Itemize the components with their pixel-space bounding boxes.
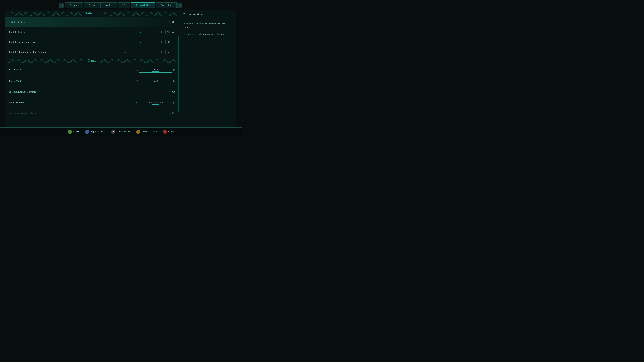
subtitle-bg-opacity-label: Subtitle Background Opacity (9, 40, 115, 43)
sprint-mode-selector[interactable]: ◁ Toggle ▷ (136, 78, 175, 84)
setting-subtitle-bg-opacity[interactable]: Subtitle Background Opacity «◄ ◇ ►» 50% (5, 37, 179, 47)
subtitle-text-size-value: Normal (167, 30, 175, 33)
subtitle-text-size-label: Subtitle Text Size (9, 30, 115, 33)
info-panel: Chatter Subtitles Whether to show subtit… (180, 10, 236, 136)
tab-display[interactable]: Display (65, 2, 83, 8)
settings-panel: Subtitles Chatter Subtitles ◇ On (5, 10, 180, 136)
setting-attacks-move-towards-target[interactable]: Attacks Move Towards Target ◇ On (5, 108, 179, 118)
bottom-action-bar: A Select X Apply Changes LT Undo Changes… (0, 127, 242, 136)
info-description-1: Whether to show subtitles for nearby cha… (183, 22, 233, 29)
slider-handle-3[interactable]: ◇ (124, 51, 126, 53)
diamond-icon: ◇ (169, 21, 171, 23)
button-x[interactable]: X (85, 130, 89, 134)
selector-arrow-left-hit-flash[interactable]: ◁ (136, 101, 138, 104)
hit-flash-mode-selector[interactable]: ◁ Flinches Only ▷ (136, 99, 175, 105)
button-lt[interactable]: LT (111, 130, 115, 134)
setting-chatter-subtitles[interactable]: Chatter Subtitles ◇ On (5, 17, 179, 27)
subtitles-title: Subtitles (82, 11, 103, 15)
slider-handle-2[interactable]: ◇ (140, 40, 142, 43)
game-section-title: Game (84, 59, 100, 62)
info-panel-header: Chatter Subtitles (180, 10, 236, 19)
subtitle-min-duration-value: 0.5 (167, 51, 175, 53)
diamond-icon-2: ◇ (169, 90, 171, 93)
slider-left-arrow[interactable]: «◄ (116, 31, 120, 33)
tab-controller[interactable]: Controller (156, 2, 176, 8)
sprint-mode-label: Sprint Mode (9, 80, 136, 82)
action-reset-default[interactable]: Y Reset to Default (136, 130, 157, 134)
diamond-icon-3: ◇ (169, 112, 171, 115)
attacks-move-value[interactable]: ◇ On (169, 112, 175, 115)
game-header-decoration-left (8, 58, 84, 63)
slider-right-arrow[interactable]: ►» (161, 31, 164, 33)
game-section-header: Game (5, 57, 179, 64)
action-close-label: Close (168, 130, 174, 133)
crouch-mode-selector[interactable]: ◁ Toggle ▷ (136, 67, 175, 72)
info-description-2: Does not affect full conversation dialog… (183, 32, 233, 36)
sprint-mode-value[interactable]: Toggle (139, 78, 172, 84)
slider-text-size[interactable]: «◄ ◇ ►» (115, 30, 166, 34)
slider-left-arrow-2[interactable]: «◄ (116, 41, 120, 43)
subtitle-bg-opacity-value: 50% (167, 40, 175, 43)
subtitles-section-header: Subtitles (5, 10, 179, 17)
incoming-attack-warnings-value[interactable]: ◇ On (169, 90, 175, 93)
tab-accessibility[interactable]: Accessibility (131, 2, 155, 8)
hit-flash-mode-value[interactable]: Flinches Only (139, 99, 172, 105)
slider-bg-opacity[interactable]: «◄ ◇ ►» (115, 40, 166, 44)
bumper-right[interactable]: RB (177, 3, 182, 8)
crouch-mode-label: Crouch Mode (9, 68, 136, 71)
setting-subtitle-text-size[interactable]: Subtitle Text Size «◄ ◇ ►» Normal (5, 27, 179, 37)
selector-arrow-right-sprint[interactable]: ▷ (174, 80, 175, 82)
header-decoration-left (8, 11, 82, 16)
subtitle-min-duration-control[interactable]: «◄ ◇ ►» 0.5 (115, 50, 175, 54)
chatter-subtitles-label: Chatter Subtitles (10, 21, 169, 23)
tab-game[interactable]: Game (84, 2, 100, 8)
game-header-decoration-right (100, 58, 176, 63)
setting-subtitle-min-duration[interactable]: Subtitle Minimum Display Duration «◄ ◇ ►… (5, 47, 179, 57)
panel-container: Subtitles Chatter Subtitles ◇ On (0, 10, 242, 136)
info-panel-body: Whether to show subtitles for nearby cha… (180, 19, 236, 41)
scrollbar[interactable] (178, 10, 179, 136)
slider-left-arrow-3[interactable]: «◄ (116, 51, 120, 53)
selector-arrow-right-crouch[interactable]: ▷ (174, 68, 175, 71)
tab-audio[interactable]: Audio (100, 2, 117, 8)
tab-ui[interactable]: UI (118, 2, 130, 8)
incoming-attack-warnings-label: Incoming Attack Warnings (9, 90, 169, 93)
slider-track-3: ◇ (120, 52, 160, 52)
chatter-subtitles-value[interactable]: ◇ On (169, 21, 175, 23)
slider-background-3 (120, 52, 160, 52)
slider-right-arrow-3[interactable]: ►» (161, 51, 164, 53)
slider-handle[interactable]: ◇ (140, 30, 142, 33)
setting-incoming-attack-warnings[interactable]: Incoming Attack Warnings ◇ On (5, 87, 179, 97)
chatter-subtitles-toggle: On (172, 21, 175, 23)
slider-right-arrow-2[interactable]: ►» (161, 41, 164, 43)
subtitle-min-duration-label: Subtitle Minimum Display Duration (9, 51, 115, 53)
action-undo-changes[interactable]: LT Undo Changes (111, 130, 130, 134)
crouch-mode-value[interactable]: Toggle (139, 67, 172, 72)
svg-rect-11 (100, 58, 176, 63)
action-select[interactable]: A Select (68, 130, 79, 134)
action-close[interactable]: B Close (163, 130, 174, 134)
slider-min-duration[interactable]: «◄ ◇ ►» (115, 50, 166, 54)
subtitle-text-size-control[interactable]: «◄ ◇ ►» Normal (115, 30, 175, 34)
top-navigation: LB Display Game Audio UI Accessibility C… (0, 0, 242, 10)
scrollbar-thumb[interactable] (178, 35, 179, 112)
info-panel-title: Chatter Subtitles (183, 13, 203, 16)
hit-flash-mode-label: Hit Flash Mode (9, 101, 136, 104)
action-apply-label: Apply Changes (90, 130, 105, 133)
setting-crouch-mode[interactable]: Crouch Mode ◁ Toggle ▷ (5, 64, 179, 75)
bumper-left[interactable]: LB (59, 3, 64, 8)
setting-hit-flash-mode[interactable]: Hit Flash Mode ◁ Flinches Only ▷ (5, 97, 179, 108)
subtitle-bg-opacity-control[interactable]: «◄ ◇ ►» 50% (115, 40, 175, 44)
incoming-attack-warnings-toggle: On (172, 90, 175, 93)
attacks-move-label: Attacks Move Towards Target (9, 112, 169, 115)
selector-arrow-left-sprint[interactable]: ◁ (136, 80, 138, 82)
selector-arrow-right-hit-flash[interactable]: ▷ (174, 101, 175, 104)
action-undo-label: Undo Changes (116, 130, 130, 133)
button-y[interactable]: Y (136, 130, 140, 134)
button-b[interactable]: B (163, 130, 167, 134)
selector-arrow-left-crouch[interactable]: ◁ (136, 68, 138, 71)
action-reset-label: Reset to Default (142, 130, 157, 133)
button-a[interactable]: A (68, 130, 72, 134)
setting-sprint-mode[interactable]: Sprint Mode ◁ Toggle ▷ (5, 75, 179, 87)
action-apply-changes[interactable]: X Apply Changes (85, 130, 105, 134)
